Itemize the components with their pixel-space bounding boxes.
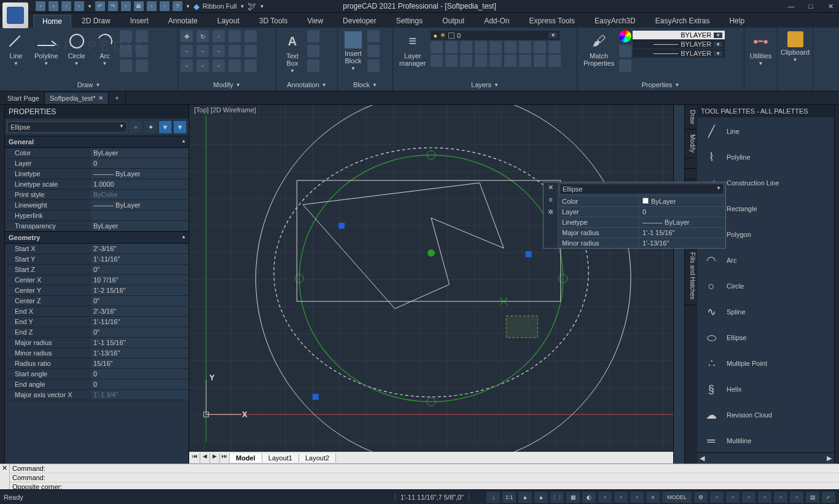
ribbon-mode-label[interactable]: Ribbon Full — [203, 2, 237, 10]
qat-print-icon[interactable]: 🖶 — [134, 1, 144, 11]
fillet-icon[interactable]: ▫ — [213, 45, 225, 57]
color-wheel-icon[interactable] — [619, 30, 631, 42]
block-icon[interactable] — [367, 60, 380, 72]
status-icon[interactable]: ▫ — [630, 492, 644, 503]
canvas[interactable]: X Y — [189, 105, 673, 452]
layer-icon[interactable] — [490, 41, 502, 53]
props-section-header[interactable]: Geometry▴ — [5, 231, 189, 244]
chevron-down-icon[interactable]: ▼ — [185, 4, 190, 9]
property-row[interactable]: Start Y1'-11/16" — [5, 254, 189, 265]
tab-developer[interactable]: Developer — [334, 14, 386, 28]
close-icon[interactable]: ✕ — [0, 464, 10, 489]
palette-item[interactable]: ∿Spline — [698, 299, 833, 325]
scale-icon[interactable]: ▫ — [197, 60, 209, 72]
layer-icon[interactable] — [519, 55, 531, 67]
modify-icon[interactable] — [244, 30, 257, 42]
property-row[interactable]: Minor radius1'-13/16" — [5, 348, 189, 359]
layer-icon[interactable] — [460, 41, 472, 53]
qat-help-icon[interactable]: ? — [173, 1, 182, 11]
chevron-down-icon[interactable]: ▼ — [236, 82, 241, 88]
last-icon[interactable]: ⏭ — [220, 453, 230, 463]
layer-icon[interactable] — [475, 55, 487, 67]
line-button[interactable]: Line▼ — [2, 30, 29, 68]
tab-layout[interactable]: Layout — [208, 14, 249, 28]
property-row[interactable]: Center X10 7/16" — [5, 275, 189, 285]
tab-start-page[interactable]: Start Page — [2, 93, 45, 104]
gear-icon[interactable]: ⚙ — [694, 492, 708, 503]
qat-open-icon[interactable]: ▫ — [49, 1, 58, 11]
tab-home[interactable]: Home — [33, 15, 71, 28]
dock-bar[interactable] — [0, 105, 5, 463]
status-scale[interactable]: 1:1 — [502, 492, 516, 503]
property-row[interactable]: Major axis vector X1'-1 3/4" — [5, 390, 189, 400]
status-icon[interactable]: ▫ — [774, 492, 787, 503]
chevron-down-icon[interactable]: ▼ — [87, 4, 92, 9]
status-icon[interactable]: ▫ — [758, 492, 771, 503]
color-combo[interactable]: BYLAYER▼ — [633, 31, 725, 39]
annot-icon[interactable] — [307, 30, 319, 42]
qat-plot-icon[interactable]: ▫ — [121, 1, 131, 11]
tab-insert[interactable]: Insert — [121, 14, 158, 28]
tab-easyarch3d[interactable]: EasyArch3D — [585, 14, 645, 28]
status-icon[interactable]: ▤ — [806, 492, 819, 503]
utilities-button[interactable]: ●━●Utilities▼ — [747, 30, 775, 68]
copy-icon[interactable]: ▫ — [181, 45, 193, 57]
trim-icon[interactable]: ▫ — [213, 30, 225, 42]
tab-annotate[interactable]: Annotate — [159, 14, 207, 28]
chevron-down-icon[interactable]: ▼ — [372, 82, 377, 88]
chevron-down-icon[interactable]: ▼ — [322, 82, 327, 88]
tab-settings[interactable]: Settings — [387, 14, 432, 28]
layer-icon[interactable] — [534, 41, 546, 53]
qat-saveall-icon[interactable]: ▫ — [74, 1, 84, 11]
layer-icon[interactable] — [534, 55, 546, 67]
minimize-icon[interactable]: — — [785, 2, 797, 10]
mirror-icon[interactable]: ▫ — [197, 45, 209, 57]
palette-item[interactable]: ⌇Polyline — [698, 144, 833, 170]
close-icon[interactable]: ✕ — [546, 184, 556, 193]
block-icon[interactable] — [367, 45, 380, 57]
status-icon[interactable]: ▫ — [614, 492, 628, 503]
close-icon[interactable]: ✕ — [98, 95, 103, 101]
linetype-combo[interactable]: BYLAYER▼ — [633, 40, 725, 48]
property-row[interactable]: End X2'-3/16" — [5, 306, 189, 317]
layer-icon[interactable] — [490, 55, 502, 67]
property-row[interactable]: Print styleByColor — [5, 190, 189, 200]
close-icon[interactable]: ✕ — [824, 2, 837, 10]
layout-tab-layout1[interactable]: Layout1 — [262, 454, 299, 462]
palette-side-tab[interactable]: Modify — [685, 130, 697, 158]
filter-icon[interactable]: ▼ — [159, 121, 171, 133]
modify-icon[interactable] — [244, 45, 257, 57]
property-row[interactable]: Layer0 — [5, 158, 189, 169]
layer-icon[interactable] — [431, 55, 443, 67]
props-section-header[interactable]: General▴ — [5, 136, 189, 148]
layout-tab-layout2[interactable]: Layout2 — [299, 454, 336, 462]
property-row[interactable]: Lineweight——— ByLayer — [5, 200, 189, 211]
clipboard-button[interactable]: Clipboard▼ — [780, 30, 810, 64]
new-tab-button[interactable]: ＋ — [109, 91, 126, 104]
layer-icon[interactable] — [504, 55, 517, 67]
status-icon[interactable]: ▫ — [726, 492, 739, 503]
filter-icon[interactable]: ▼ — [174, 121, 186, 133]
palette-item[interactable]: ╱Line — [698, 118, 833, 144]
property-row[interactable]: ColorByLayer — [5, 148, 189, 158]
palette-nav-right-icon[interactable]: ▶ — [827, 454, 832, 462]
annot-icon[interactable] — [307, 60, 319, 72]
qat-new-icon[interactable]: ▫ — [36, 1, 45, 11]
chevron-down-icon[interactable]: ▼ — [95, 82, 100, 88]
rotate-icon[interactable]: ↻ — [197, 30, 209, 42]
tab-3dtools[interactable]: 3D Tools — [250, 14, 297, 28]
next-icon[interactable]: ▶ — [210, 453, 220, 463]
property-row[interactable]: Center Y1'-2 15/16" — [5, 285, 189, 296]
status-icon[interactable]: ⟂ — [486, 492, 500, 503]
property-row[interactable]: End Z0" — [5, 327, 189, 338]
textbox-button[interactable]: AText Box▼ — [279, 30, 306, 75]
layer-combo[interactable]: ●☀0▼ — [431, 31, 560, 40]
qp-row[interactable]: Linetype——— ByLayer — [558, 217, 725, 227]
props-tool-icon[interactable]: ✦ — [144, 121, 157, 133]
array-icon[interactable]: ▫ — [213, 60, 225, 72]
layer-icon[interactable] — [475, 41, 487, 53]
prev-icon[interactable]: ◀ — [200, 453, 210, 463]
draw-small-icon[interactable] — [120, 60, 132, 72]
layer-icon[interactable] — [548, 55, 561, 67]
property-row[interactable]: Linetype——— ByLayer — [5, 169, 189, 179]
